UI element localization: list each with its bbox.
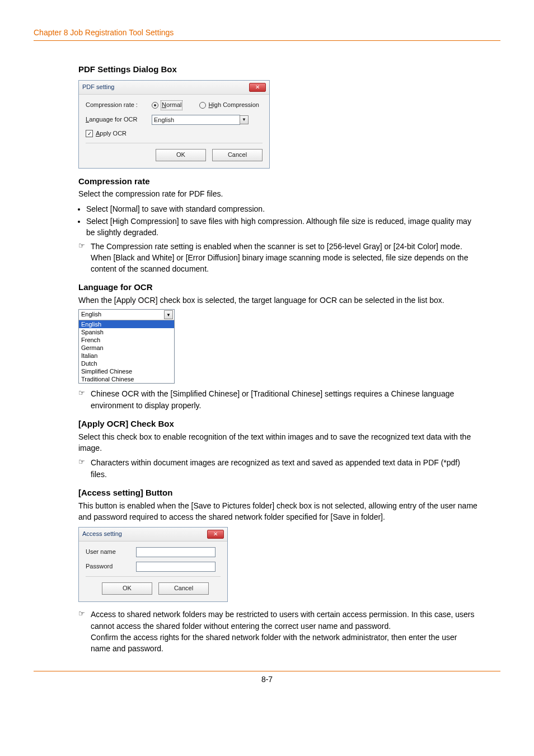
password-field[interactable] bbox=[136, 562, 216, 572]
main-content: PDF Settings Dialog Box PDF setting ✕ Co… bbox=[78, 63, 478, 654]
note-compression: The Compression rate setting is enabled … bbox=[91, 241, 478, 275]
radio-high-text: igh Compression bbox=[213, 101, 259, 108]
apply-ocr-checkbox[interactable]: ✓ Apply OCR bbox=[86, 129, 127, 138]
cancel-button[interactable]: Cancel bbox=[212, 149, 263, 161]
language-option[interactable]: French bbox=[79, 336, 174, 344]
language-selected-value: English bbox=[81, 310, 101, 319]
bullet-high-compression: Select [High Compression] to save files … bbox=[86, 216, 478, 239]
note-icon: ☞ bbox=[78, 388, 91, 411]
ok-button[interactable]: OK bbox=[102, 582, 152, 595]
dialog-title: Access setting bbox=[82, 530, 122, 539]
pdf-setting-dialog: PDF setting ✕ Compression rate : Normal bbox=[78, 80, 270, 169]
close-icon[interactable]: ✕ bbox=[207, 530, 224, 539]
chevron-down-icon[interactable]: ▼ bbox=[164, 310, 173, 319]
radio-normal-text: ormal bbox=[166, 101, 182, 108]
language-option[interactable]: English bbox=[79, 320, 174, 328]
note-access: Access to shared network folders may be … bbox=[91, 609, 478, 654]
language-option[interactable]: Simplified Chinese bbox=[79, 367, 174, 375]
language-option[interactable]: Dutch bbox=[79, 360, 174, 367]
note-icon: ☞ bbox=[78, 457, 91, 480]
compression-rate-label: Compression rate : bbox=[86, 101, 152, 110]
bullet-normal: Select [Normal] to save with standard co… bbox=[86, 203, 478, 214]
note-access-text2: Confirm the access rights for the shared… bbox=[91, 633, 457, 653]
note-chinese-ocr: Chinese OCR with the [Simplified Chinese… bbox=[91, 388, 478, 411]
username-field[interactable] bbox=[136, 547, 216, 557]
heading-access-setting: [Access setting] Button bbox=[78, 487, 478, 499]
heading-compression-rate: Compression rate bbox=[78, 175, 478, 188]
note-access-text1: Access to shared network folders may be … bbox=[91, 610, 475, 630]
language-ocr-value: English bbox=[152, 115, 240, 125]
dialog-titlebar: Access setting ✕ bbox=[79, 528, 227, 542]
ok-button[interactable]: OK bbox=[156, 149, 206, 161]
language-option[interactable]: Spanish bbox=[79, 328, 174, 336]
page-footer: 8-7 bbox=[34, 671, 500, 684]
note-icon: ☞ bbox=[78, 609, 91, 654]
language-option[interactable]: Italian bbox=[79, 352, 174, 360]
language-option[interactable]: German bbox=[79, 344, 174, 352]
chevron-down-icon[interactable]: ▼ bbox=[240, 115, 249, 124]
chapter-header: Chapter 8 Job Registration Tool Settings bbox=[34, 28, 500, 41]
para-language-ocr: When the [Apply OCR] check box is select… bbox=[78, 295, 478, 306]
password-label: Password bbox=[86, 562, 136, 571]
radio-high-compression[interactable]: High Compression bbox=[199, 101, 259, 110]
section-title: PDF Settings Dialog Box bbox=[78, 63, 478, 76]
access-setting-dialog: Access setting ✕ User name Password OK C… bbox=[78, 527, 228, 602]
language-options: English Spanish French German Italian Du… bbox=[79, 320, 174, 383]
page-number: 8-7 bbox=[261, 675, 273, 684]
username-label: User name bbox=[86, 548, 136, 557]
para-compression-desc: Select the compression rate for PDF file… bbox=[78, 188, 478, 199]
language-ocr-label: Language for OCR bbox=[86, 115, 152, 124]
para-access-setting: This button is enabled when the [Save to… bbox=[78, 500, 478, 523]
heading-apply-ocr: [Apply OCR] Check Box bbox=[78, 418, 478, 430]
language-option[interactable]: Traditional Chinese bbox=[79, 375, 174, 383]
dialog-titlebar: PDF setting ✕ bbox=[79, 81, 269, 95]
dialog-title: PDF setting bbox=[82, 83, 114, 92]
note-icon: ☞ bbox=[78, 241, 91, 275]
language-ocr-select[interactable]: English ▼ bbox=[152, 115, 249, 125]
language-dropdown[interactable]: English ▼ English Spanish French German … bbox=[78, 309, 175, 384]
note-apply-ocr: Characters within document images are re… bbox=[91, 457, 478, 480]
cancel-button[interactable]: Cancel bbox=[158, 582, 209, 595]
para-apply-ocr: Select this check box to enable recognit… bbox=[78, 431, 478, 454]
heading-language-ocr: Language for OCR bbox=[78, 281, 478, 293]
radio-normal-accel: N bbox=[162, 101, 166, 108]
close-icon[interactable]: ✕ bbox=[249, 83, 266, 92]
radio-normal[interactable]: Normal bbox=[152, 100, 182, 110]
